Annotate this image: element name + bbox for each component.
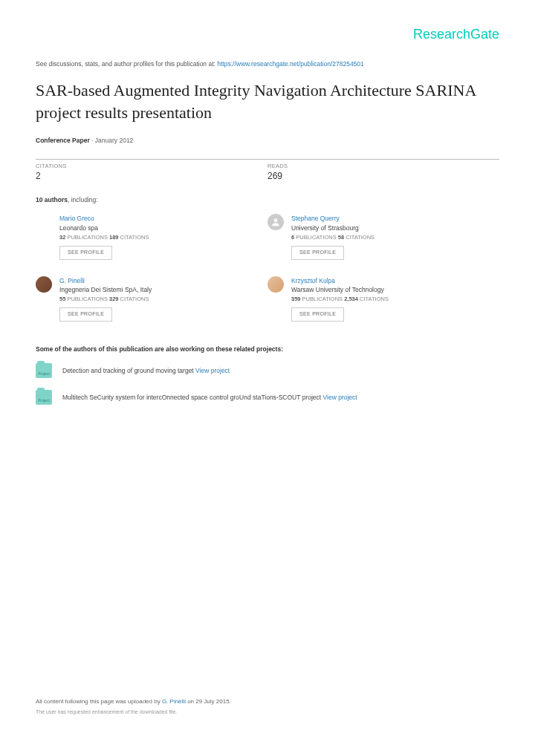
author-stats: 32 PUBLICATIONS 189 CITATIONS	[59, 233, 149, 241]
intro-line: See discussions, stats, and author profi…	[36, 60, 499, 68]
avatar	[268, 276, 284, 293]
project-text: Detection and tracking of ground moving …	[62, 367, 230, 374]
project-icon: Project	[36, 390, 52, 405]
author-stats: 55 PUBLICATIONS 329 CITATIONS	[59, 295, 152, 303]
author-affiliation: University of Strasbourg	[291, 224, 374, 233]
see-profile-button[interactable]: SEE PROFILE	[59, 246, 112, 260]
author-stats: 6 PUBLICATIONS 58 CITATIONS	[291, 233, 374, 241]
researchgate-logo: ResearchGate	[36, 27, 499, 42]
reads-value: 269	[268, 171, 499, 181]
authors-count: 10 authors, including:	[36, 196, 499, 203]
avatar	[36, 276, 52, 293]
citations-label: CITATIONS	[36, 163, 268, 169]
paper-title: SAR-based Augmented Integrity Navigation…	[36, 79, 499, 123]
project-text: Multitech SeCurity system for intercOnne…	[62, 394, 357, 401]
paper-meta: Conference Paper · January 2012	[36, 137, 499, 144]
project-icon: Project	[36, 363, 52, 378]
upload-note: All content following this page was uplo…	[36, 698, 499, 705]
svg-point-0	[274, 219, 278, 223]
author-card: Krzysztof KulpaWarsaw University of Tech…	[268, 276, 499, 322]
author-name-link[interactable]: Stephane Querry	[291, 214, 374, 224]
view-project-link[interactable]: View project	[195, 367, 230, 374]
uploader-link[interactable]: G. Pinelli	[162, 698, 186, 705]
avatar-placeholder-icon	[268, 214, 284, 230]
author-affiliation: Warsaw University of Technology	[291, 285, 389, 295]
author-card: G. PinelliIngegneria Dei Sistemi SpA, It…	[36, 276, 268, 322]
project-row: ProjectDetection and tracking of ground …	[36, 363, 499, 378]
see-profile-button[interactable]: SEE PROFILE	[59, 307, 112, 322]
author-stats: 359 PUBLICATIONS 2,534 CITATIONS	[291, 295, 389, 303]
author-card: Stephane QuerryUniversity of Strasbourg6…	[268, 214, 499, 259]
author-name-link[interactable]: Mario Greco	[59, 214, 149, 224]
citations-value: 2	[36, 171, 268, 181]
enhancement-note: The user has requested enhancement of th…	[36, 709, 499, 714]
publication-link[interactable]: https://www.researchgate.net/publication…	[217, 60, 364, 68]
author-affiliation: Leonardo spa	[59, 224, 149, 233]
author-name-link[interactable]: Krzysztof Kulpa	[291, 276, 389, 286]
author-name-link[interactable]: G. Pinelli	[59, 276, 152, 286]
see-profile-button[interactable]: SEE PROFILE	[291, 246, 344, 260]
reads-label: READS	[268, 163, 499, 169]
projects-heading: Some of the authors of this publication …	[36, 345, 499, 353]
author-card: Mario GrecoLeonardo spa32 PUBLICATIONS 1…	[36, 214, 268, 259]
see-profile-button[interactable]: SEE PROFILE	[291, 307, 344, 322]
view-project-link[interactable]: View project	[323, 394, 357, 401]
project-row: ProjectMultitech SeCurity system for int…	[36, 390, 499, 405]
author-affiliation: Ingegneria Dei Sistemi SpA, Italy	[59, 285, 152, 295]
